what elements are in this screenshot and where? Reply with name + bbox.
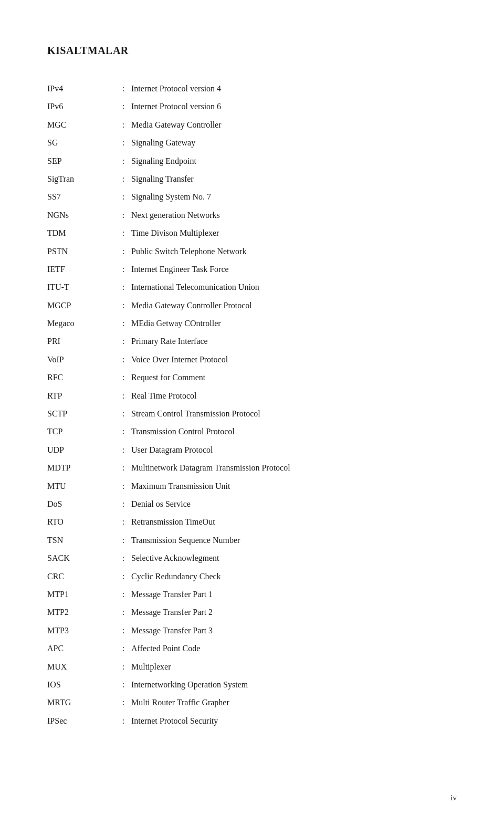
abbreviation-definition: Multiplexer (131, 658, 457, 676)
abbreviation-definition: Internet Protocol version 4 (131, 80, 457, 98)
abbreviation-row: TSN:Transmission Sequence Number (47, 531, 457, 549)
abbreviation-term: ITU-T (47, 278, 116, 296)
abbreviation-term: SEP (47, 152, 116, 170)
abbreviation-row: ITU-T:International Telecomunication Uni… (47, 278, 457, 296)
abbreviation-row: SACK:Selective Acknowlegment (47, 549, 457, 567)
abbreviation-term: MTU (47, 477, 116, 495)
abbreviation-definition: Real Time Protocol (131, 387, 457, 405)
abbreviation-definition: Selective Acknowlegment (131, 549, 457, 567)
abbreviation-term: VoIP (47, 351, 116, 369)
abbreviation-colon: : (116, 477, 131, 495)
abbreviation-row: SigTran:Signaling Transfer (47, 170, 457, 188)
abbreviation-term: SigTran (47, 170, 116, 188)
abbreviation-definition: Transmission Control Protocol (131, 423, 457, 441)
abbreviation-term: APC (47, 640, 116, 657)
abbreviation-colon: : (116, 549, 131, 567)
abbreviation-definition: Transmission Sequence Number (131, 531, 457, 549)
abbreviation-row: MGC:Media Gateway Controller (47, 116, 457, 134)
abbreviation-definition: Primary Rate Interface (131, 332, 457, 350)
abbreviation-row: IPSec:Internet Protocol Security (47, 712, 457, 730)
abbreviation-colon: : (116, 243, 131, 260)
abbreviation-term: IPv4 (47, 80, 116, 98)
abbreviations-table: IPv4:Internet Protocol version 4IPv6:Int… (47, 80, 457, 730)
abbreviation-colon: : (116, 315, 131, 332)
abbreviation-definition: Multi Router Traffic Grapher (131, 694, 457, 712)
abbreviation-colon: : (116, 712, 131, 730)
abbreviation-term: IPv6 (47, 98, 116, 116)
abbreviation-term: TDM (47, 224, 116, 242)
abbreviation-definition: Retransmission TimeOut (131, 513, 457, 531)
abbreviation-definition: Cyclic Redundancy Check (131, 568, 457, 586)
abbreviation-row: RTP:Real Time Protocol (47, 387, 457, 405)
abbreviation-term: UDP (47, 441, 116, 459)
abbreviation-definition: Next generation Networks (131, 206, 457, 224)
abbreviation-definition: Internetworking Operation System (131, 676, 457, 694)
abbreviation-term: Megaco (47, 315, 116, 332)
abbreviation-row: VoIP:Voice Over Internet Protocol (47, 351, 457, 369)
abbreviation-row: SG:Signaling Gateway (47, 134, 457, 152)
abbreviation-definition: Signaling Gateway (131, 134, 457, 152)
abbreviation-term: NGNs (47, 206, 116, 224)
abbreviation-colon: : (116, 640, 131, 657)
abbreviation-colon: : (116, 170, 131, 188)
abbreviation-row: Megaco:MEdia Getway COntroller (47, 315, 457, 332)
abbreviation-colon: : (116, 224, 131, 242)
abbreviation-colon: : (116, 531, 131, 549)
abbreviation-term: MTP1 (47, 586, 116, 603)
abbreviation-term: SCTP (47, 405, 116, 423)
abbreviation-row: CRC:Cyclic Redundancy Check (47, 568, 457, 586)
abbreviation-term: MUX (47, 658, 116, 676)
abbreviation-definition: Message Transfer Part 3 (131, 622, 457, 640)
abbreviation-term: IETF (47, 260, 116, 278)
abbreviation-row: APC:Affected Point Code (47, 640, 457, 657)
abbreviation-definition: Signaling Transfer (131, 170, 457, 188)
abbreviation-row: IETF:Internet Engineer Task Force (47, 260, 457, 278)
abbreviation-term: SACK (47, 549, 116, 567)
abbreviation-row: RFC:Request for Comment (47, 369, 457, 387)
abbreviation-row: IPv6:Internet Protocol version 6 (47, 98, 457, 116)
abbreviation-row: SS7:Signaling System No. 7 (47, 188, 457, 206)
abbreviation-term: SS7 (47, 188, 116, 206)
abbreviation-colon: : (116, 694, 131, 712)
abbreviation-colon: : (116, 260, 131, 278)
abbreviation-definition: Media Gateway Controller Protocol (131, 297, 457, 315)
abbreviation-definition: User Datagram Protocol (131, 441, 457, 459)
abbreviation-term: DoS (47, 495, 116, 513)
abbreviation-term: MGCP (47, 297, 116, 315)
abbreviation-definition: Message Transfer Part 1 (131, 586, 457, 603)
abbreviation-definition: MEdia Getway COntroller (131, 315, 457, 332)
abbreviation-colon: : (116, 369, 131, 387)
abbreviation-colon: : (116, 568, 131, 586)
abbreviation-term: IPSec (47, 712, 116, 730)
abbreviation-colon: : (116, 603, 131, 621)
abbreviation-colon: : (116, 676, 131, 694)
abbreviation-term: SG (47, 134, 116, 152)
abbreviation-row: MGCP:Media Gateway Controller Protocol (47, 297, 457, 315)
abbreviation-definition: Internet Protocol version 6 (131, 98, 457, 116)
abbreviation-term: IOS (47, 676, 116, 694)
abbreviation-term: CRC (47, 568, 116, 586)
abbreviation-term: RTP (47, 387, 116, 405)
abbreviation-definition: Time Divison Multiplexer (131, 224, 457, 242)
abbreviation-row: MTP3:Message Transfer Part 3 (47, 622, 457, 640)
abbreviation-row: MTU:Maximum Transmission Unit (47, 477, 457, 495)
abbreviation-definition: Signaling System No. 7 (131, 188, 457, 206)
abbreviation-definition: Maximum Transmission Unit (131, 477, 457, 495)
abbreviation-definition: International Telecomunication Union (131, 278, 457, 296)
abbreviation-row: IOS:Internetworking Operation System (47, 676, 457, 694)
abbreviation-colon: : (116, 658, 131, 676)
abbreviation-colon: : (116, 423, 131, 441)
abbreviation-term: MDTP (47, 459, 116, 477)
abbreviation-colon: : (116, 98, 131, 116)
abbreviation-colon: : (116, 152, 131, 170)
abbreviation-definition: Internet Protocol Security (131, 712, 457, 730)
abbreviation-colon: : (116, 586, 131, 603)
abbreviation-colon: : (116, 188, 131, 206)
abbreviation-colon: : (116, 495, 131, 513)
abbreviation-term: MTP3 (47, 622, 116, 640)
abbreviation-row: MDTP:Multinetwork Datagram Transmission … (47, 459, 457, 477)
abbreviation-row: TCP:Transmission Control Protocol (47, 423, 457, 441)
abbreviation-definition: Media Gateway Controller (131, 116, 457, 134)
abbreviation-row: IPv4:Internet Protocol version 4 (47, 80, 457, 98)
abbreviation-row: UDP:User Datagram Protocol (47, 441, 457, 459)
